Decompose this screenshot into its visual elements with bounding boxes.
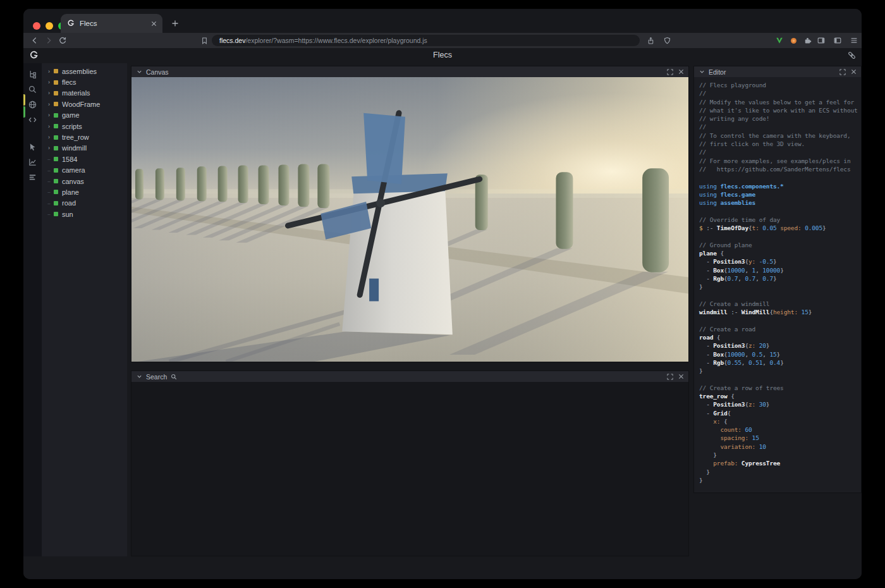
- tree-item[interactable]: –1584: [42, 154, 127, 164]
- code-line: // Override time of day: [699, 216, 861, 224]
- expand-arrow-icon[interactable]: ›: [46, 145, 52, 151]
- tree-item[interactable]: –canvas: [42, 176, 127, 187]
- search-panel: Search: [131, 371, 689, 556]
- expand-arrow-icon[interactable]: ›: [46, 90, 52, 96]
- minimize-window-button[interactable]: [46, 22, 53, 30]
- active-indicator-green: [23, 106, 25, 118]
- tree-item[interactable]: ›scripts: [42, 121, 127, 132]
- close-panel-icon[interactable]: [677, 68, 685, 76]
- share-link-icon[interactable]: [847, 51, 857, 60]
- tree-item-label: sun: [62, 211, 73, 218]
- tree-item[interactable]: –sun: [42, 209, 127, 219]
- code-line: using flecs.components.*: [699, 182, 861, 190]
- fullscreen-icon[interactable]: [839, 68, 846, 76]
- tree-item[interactable]: ›assemblies: [42, 66, 127, 77]
- entity-color-swatch: [54, 157, 58, 161]
- search-panel-icon[interactable]: [27, 84, 38, 95]
- expand-arrow-icon[interactable]: ›: [46, 68, 52, 75]
- editor-panel-title: Editor: [709, 68, 726, 76]
- search-results-area[interactable]: [131, 382, 688, 556]
- tree-item[interactable]: ›flecs: [42, 77, 127, 87]
- close-panel-icon[interactable]: [850, 68, 857, 76]
- shield-icon[interactable]: [661, 34, 673, 47]
- 3d-viewport[interactable]: [131, 77, 688, 362]
- extensions-puzzle-icon[interactable]: [801, 34, 814, 47]
- code-line: using flecs.game: [699, 190, 861, 199]
- close-window-button[interactable]: [33, 22, 40, 30]
- entity-color-swatch: [54, 201, 58, 205]
- tree-item[interactable]: –camera: [42, 165, 127, 176]
- desktop-background: Flecs flecs.dev/ex: [0, 0, 885, 588]
- inspector-icon[interactable]: [27, 142, 38, 152]
- fullscreen-icon[interactable]: [666, 68, 674, 76]
- leaf-dash-icon: –: [46, 189, 52, 195]
- code-line: [699, 375, 861, 383]
- code-line: $ :- TimeOfDay{t: 0.05 speed: 0.005}: [699, 224, 861, 232]
- expand-arrow-icon[interactable]: ›: [46, 79, 52, 85]
- code-line: - Position3{z: 20}: [699, 341, 861, 350]
- new-tab-button[interactable]: [169, 17, 181, 30]
- fullscreen-icon[interactable]: [666, 373, 674, 381]
- bookmarks-panel-icon[interactable]: [831, 34, 844, 47]
- tree-item-label: road: [62, 199, 76, 207]
- tree-item-label: game: [62, 111, 80, 119]
- chevron-down-icon[interactable]: [698, 68, 705, 76]
- tree-item[interactable]: –road: [42, 198, 127, 209]
- editor-panel-header: Editor: [694, 66, 861, 77]
- entity-color-swatch: [54, 69, 58, 73]
- search-icon: [170, 373, 178, 381]
- tab-close-icon[interactable]: [151, 21, 157, 27]
- globe-icon[interactable]: [27, 99, 38, 110]
- back-button[interactable]: [28, 34, 41, 47]
- page-body: ›assemblies›flecs›materials›WoodFrame›ga…: [23, 63, 862, 579]
- flecs-explorer-page: Flecs: [23, 48, 862, 579]
- expand-arrow-icon[interactable]: ›: [46, 112, 52, 118]
- expand-arrow-icon[interactable]: ›: [46, 101, 52, 107]
- page-header: Flecs: [23, 48, 862, 63]
- code-line: }: [699, 283, 861, 291]
- tree-item[interactable]: –plane: [42, 187, 127, 197]
- v-extension-icon[interactable]: [773, 34, 786, 47]
- entity-color-swatch: [54, 146, 58, 150]
- reload-button[interactable]: [56, 34, 69, 47]
- tree-item[interactable]: ›windmill: [42, 143, 127, 154]
- chevron-down-icon[interactable]: [135, 68, 143, 76]
- tree-item-label: scripts: [62, 123, 82, 130]
- code-line: }: [699, 468, 861, 476]
- code-line: - Grid{: [699, 409, 861, 417]
- tree-item[interactable]: ›WoodFrame: [42, 99, 127, 109]
- expand-arrow-icon[interactable]: ›: [46, 134, 52, 140]
- tree-item-label: camera: [62, 166, 85, 174]
- close-panel-icon[interactable]: [677, 373, 685, 381]
- code-line: // Create a road: [699, 325, 861, 333]
- expand-arrow-icon[interactable]: ›: [46, 123, 52, 130]
- tree-item[interactable]: ›tree_row: [42, 132, 127, 142]
- tree-item[interactable]: ›game: [42, 110, 127, 121]
- orange-extension-icon[interactable]: [787, 34, 800, 47]
- tree-item[interactable]: ›materials: [42, 88, 127, 99]
- code-line: }: [699, 476, 861, 484]
- browser-tab[interactable]: Flecs: [61, 14, 162, 33]
- menu-icon[interactable]: [848, 34, 860, 47]
- code-line: }: [699, 367, 861, 375]
- url-path: /explorer/?wasm=https://www.flecs.dev/ex…: [245, 37, 427, 44]
- memory-bars-icon[interactable]: [27, 172, 38, 183]
- page-title: Flecs: [23, 51, 862, 59]
- code-line: - Rgb{0.55, 0.51, 0.4}: [699, 358, 861, 367]
- editor-code[interactable]: // Flecs playground//// Modify the value…: [694, 77, 861, 493]
- entity-tree-icon[interactable]: [27, 69, 38, 80]
- search-panel-header: Search: [131, 371, 688, 382]
- address-bar[interactable]: flecs.dev/explorer/?wasm=https://www.fle…: [212, 35, 640, 46]
- chevron-down-icon[interactable]: [135, 373, 143, 381]
- browser-tab-bar: Flecs: [23, 9, 862, 33]
- code-line: - Position3{z: 30}: [699, 400, 861, 408]
- bookmark-icon[interactable]: [198, 34, 211, 47]
- stats-chart-icon[interactable]: [27, 157, 38, 168]
- code-line: windmill :- WindMill{height: 15}: [699, 308, 861, 316]
- code-panel-icon[interactable]: [27, 114, 38, 125]
- share-icon[interactable]: [644, 34, 657, 47]
- forward-button[interactable]: [42, 34, 55, 47]
- entity-color-swatch: [54, 179, 58, 183]
- side-panel-icon[interactable]: [815, 34, 827, 47]
- tree-item-label: WoodFrame: [62, 101, 100, 108]
